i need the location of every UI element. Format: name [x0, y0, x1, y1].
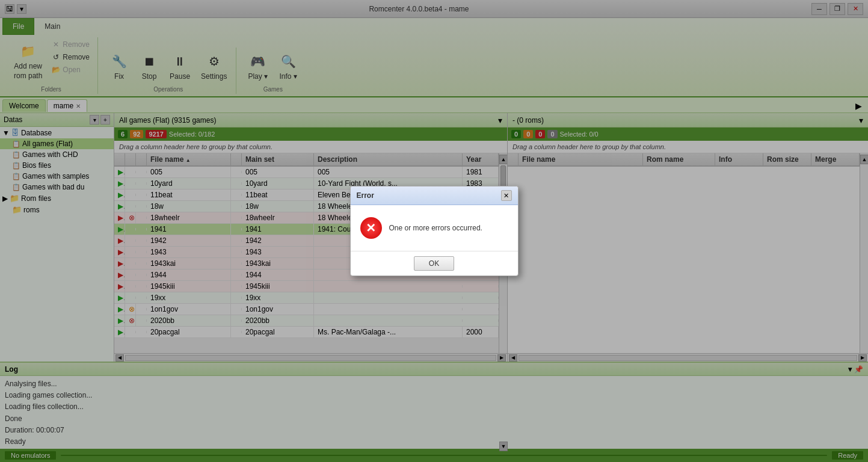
modal-overlay: Error ✕ ✕ One or more errors occurred. O… — [0, 0, 868, 462]
ok-button[interactable]: OK — [414, 256, 454, 271]
modal-title: Error — [357, 191, 374, 200]
modal-message: One or more errors occurred. — [389, 224, 482, 232]
modal-close-button[interactable]: ✕ — [501, 190, 512, 201]
modal-body: ✕ One or more errors occurred. — [351, 205, 518, 251]
error-dialog: Error ✕ ✕ One or more errors occurred. O… — [350, 186, 519, 276]
error-icon: ✕ — [360, 217, 382, 239]
modal-footer: OK — [351, 251, 518, 276]
modal-title-bar: Error ✕ — [351, 186, 518, 205]
